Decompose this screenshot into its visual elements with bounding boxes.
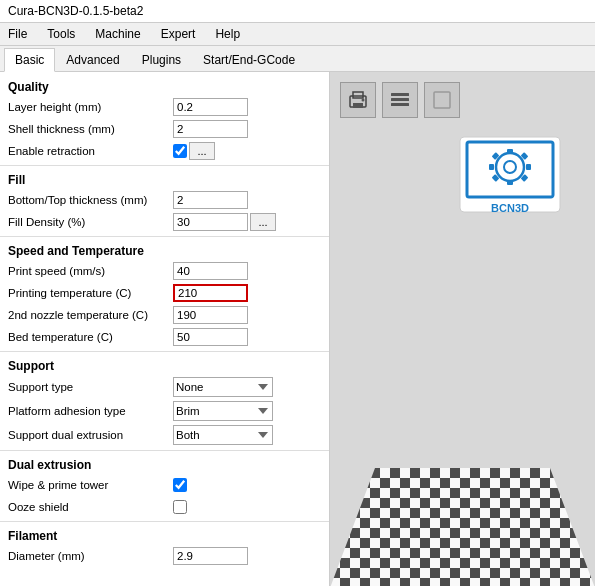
- floor-svg: [330, 388, 595, 586]
- support-type-label: Support type: [8, 381, 173, 393]
- svg-rect-15: [526, 164, 531, 170]
- layer-height-input[interactable]: [173, 98, 248, 116]
- bcn3d-svg: BCN3D: [455, 132, 565, 222]
- enable-retraction-label: Enable retraction: [8, 145, 173, 157]
- diameter-input[interactable]: [173, 547, 248, 565]
- svg-rect-12: [507, 149, 513, 154]
- svg-text:BCN3D: BCN3D: [491, 202, 529, 214]
- bottom-top-label: Bottom/Top thickness (mm): [8, 194, 173, 206]
- shell-thickness-row: Shell thickness (mm): [0, 118, 329, 140]
- menu-machine[interactable]: Machine: [91, 25, 144, 43]
- speed-temp-header: Speed and Temperature: [0, 240, 329, 260]
- nozzle2-temp-label: 2nd nozzle temperature (C): [8, 309, 173, 321]
- support-type-row: Support type None Touching buildplate Ev…: [0, 375, 329, 399]
- shell-thickness-label: Shell thickness (mm): [8, 123, 173, 135]
- tab-advanced[interactable]: Advanced: [55, 48, 130, 71]
- print-icon: [347, 89, 369, 111]
- view3d-button[interactable]: [424, 82, 460, 118]
- bcn3d-logo: BCN3D: [455, 132, 565, 222]
- platform-adhesion-select[interactable]: None Brim Raft: [173, 401, 273, 421]
- tab-plugins[interactable]: Plugins: [131, 48, 192, 71]
- quality-header: Quality: [0, 76, 329, 96]
- print-speed-label: Print speed (mm/s): [8, 265, 173, 277]
- diameter-row: Diameter (mm): [0, 545, 329, 567]
- fill-density-input[interactable]: [173, 213, 248, 231]
- enable-retraction-checkbox[interactable]: [173, 144, 187, 158]
- layer-height-label: Layer height (mm): [8, 101, 173, 113]
- enable-retraction-row: Enable retraction ...: [0, 140, 329, 162]
- fill-density-label: Fill Density (%): [8, 216, 173, 228]
- title-text: Cura-BCN3D-0.1.5-beta2: [8, 4, 143, 18]
- print-temp-row: Printing temperature (C): [0, 282, 329, 304]
- nozzle2-temp-row: 2nd nozzle temperature (C): [0, 304, 329, 326]
- print-temp-label: Printing temperature (C): [8, 287, 173, 299]
- wipe-prime-checkbox[interactable]: [173, 478, 187, 492]
- print-speed-row: Print speed (mm/s): [0, 260, 329, 282]
- support-dual-row: Support dual extrusion Both First extrud…: [0, 423, 329, 447]
- menu-file[interactable]: File: [4, 25, 31, 43]
- divider-4: [0, 450, 329, 451]
- bottom-top-input[interactable]: [173, 191, 248, 209]
- svg-rect-14: [489, 164, 494, 170]
- bed-temp-row: Bed temperature (C): [0, 326, 329, 348]
- layer-height-row: Layer height (mm): [0, 96, 329, 118]
- tab-basic[interactable]: Basic: [4, 48, 55, 72]
- bed-temp-label: Bed temperature (C): [8, 331, 173, 343]
- titlebar: Cura-BCN3D-0.1.5-beta2: [0, 0, 595, 23]
- svg-marker-25: [330, 468, 595, 586]
- platform-adhesion-row: Platform adhesion type None Brim Raft: [0, 399, 329, 423]
- support-type-select[interactable]: None Touching buildplate Everywhere: [173, 377, 273, 397]
- layers-icon: [389, 89, 411, 111]
- svg-rect-7: [434, 92, 450, 108]
- print-button[interactable]: [340, 82, 376, 118]
- svg-rect-1: [353, 103, 363, 108]
- svg-rect-2: [353, 92, 363, 98]
- svg-rect-13: [507, 180, 513, 185]
- wipe-prime-row: Wipe & prime tower: [0, 474, 329, 496]
- support-dual-select[interactable]: Both First extruder Second extruder: [173, 425, 273, 445]
- ooze-shield-label: Ooze shield: [8, 501, 173, 513]
- filament-header: Filament: [0, 525, 329, 545]
- divider-2: [0, 236, 329, 237]
- support-header: Support: [0, 355, 329, 375]
- menu-help[interactable]: Help: [211, 25, 244, 43]
- menu-tools[interactable]: Tools: [43, 25, 79, 43]
- ooze-shield-checkbox[interactable]: [173, 500, 187, 514]
- checkerboard-floor: [330, 388, 595, 586]
- divider-1: [0, 165, 329, 166]
- nozzle2-temp-input[interactable]: [173, 306, 248, 324]
- view-toolbar: [340, 82, 460, 118]
- tab-startend[interactable]: Start/End-GCode: [192, 48, 306, 71]
- settings-panel: Quality Layer height (mm) Shell thicknes…: [0, 72, 330, 586]
- svg-rect-5: [391, 98, 409, 101]
- svg-rect-4: [391, 93, 409, 96]
- menubar: File Tools Machine Expert Help: [0, 23, 595, 46]
- shell-thickness-input[interactable]: [173, 120, 248, 138]
- fill-header: Fill: [0, 169, 329, 189]
- svg-rect-8: [460, 137, 560, 212]
- tabbar: Basic Advanced Plugins Start/End-GCode: [0, 46, 595, 72]
- main-content: Quality Layer height (mm) Shell thicknes…: [0, 72, 595, 586]
- divider-5: [0, 521, 329, 522]
- svg-rect-6: [391, 103, 409, 106]
- wipe-prime-label: Wipe & prime tower: [8, 479, 173, 491]
- print-speed-input[interactable]: [173, 262, 248, 280]
- ooze-shield-row: Ooze shield: [0, 496, 329, 518]
- menu-expert[interactable]: Expert: [157, 25, 200, 43]
- support-dual-label: Support dual extrusion: [8, 429, 173, 441]
- svg-point-3: [362, 99, 365, 102]
- fill-density-dots-button[interactable]: ...: [250, 213, 276, 231]
- diameter-label: Diameter (mm): [8, 550, 173, 562]
- fill-density-row: Fill Density (%) ...: [0, 211, 329, 233]
- bottom-top-row: Bottom/Top thickness (mm): [0, 189, 329, 211]
- view3d-icon: [431, 89, 453, 111]
- print-temp-input[interactable]: [173, 284, 248, 302]
- 3d-view-panel: BCN3D: [330, 72, 595, 586]
- layers-button[interactable]: [382, 82, 418, 118]
- divider-3: [0, 351, 329, 352]
- dual-extrusion-header: Dual extrusion: [0, 454, 329, 474]
- platform-adhesion-label: Platform adhesion type: [8, 405, 173, 417]
- bed-temp-input[interactable]: [173, 328, 248, 346]
- retraction-dots-button[interactable]: ...: [189, 142, 215, 160]
